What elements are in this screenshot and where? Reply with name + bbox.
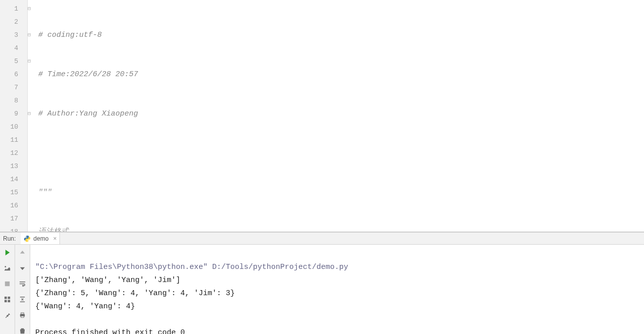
run-tool-window: Run: demo × "C:\Program Files\Python38\p… xyxy=(0,232,644,334)
svg-point-2 xyxy=(5,266,6,267)
stop-button[interactable] xyxy=(3,279,12,288)
scroll-to-end-button[interactable] xyxy=(18,295,27,304)
svg-rect-10 xyxy=(21,316,24,317)
docstring: 语法格式 xyxy=(38,228,69,232)
run-label: Run: xyxy=(3,235,21,242)
svg-rect-9 xyxy=(21,312,24,314)
line-number-gutter: 1 2 3 4 5 6 7 8 9 10 11 12 13 14 15 16 1… xyxy=(0,0,28,232)
console-line: ['Zhang', 'Wang', 'Yang', 'Jim'] xyxy=(35,276,180,285)
svg-point-0 xyxy=(26,236,27,237)
python-file-icon xyxy=(24,235,31,242)
rerun-button[interactable] xyxy=(3,248,12,257)
scroll-up-button[interactable] xyxy=(18,248,27,257)
code-editor[interactable]: 1 2 3 4 5 6 7 8 9 10 11 12 13 14 15 16 1… xyxy=(0,0,644,232)
run-tab-demo[interactable]: demo × xyxy=(21,233,60,244)
code-text-area[interactable]: # coding:utf-8 # Time:2022/6/28 20:57 # … xyxy=(35,0,644,232)
scroll-down-button[interactable] xyxy=(18,263,27,272)
console-line: {'Wang': 4, 'Yang': 4} xyxy=(35,302,135,311)
pin-button[interactable] xyxy=(3,310,12,319)
svg-point-1 xyxy=(28,240,28,241)
soft-wrap-button[interactable] xyxy=(18,279,27,288)
comment: # Time:2022/6/28 20:57 xyxy=(38,70,138,79)
console-command: "C:\Program Files\Python38\python.exe" D… xyxy=(35,263,348,271)
console-line: {'Zhang': 5, 'Wang': 4, 'Yang': 4, 'Jim'… xyxy=(35,289,235,298)
run-tab-label: demo xyxy=(33,235,48,242)
svg-rect-4 xyxy=(5,296,7,299)
console-output[interactable]: "C:\Program Files\Python38\python.exe" D… xyxy=(30,245,644,334)
svg-rect-6 xyxy=(5,300,7,302)
svg-rect-3 xyxy=(5,281,10,286)
console-exit-line: Process finished with exit code 0 xyxy=(35,328,185,334)
docstring: """ xyxy=(38,188,52,197)
comment: # Author:Yang Xiaopeng xyxy=(38,109,138,118)
print-button[interactable] xyxy=(18,310,27,319)
settings-button[interactable] xyxy=(3,263,12,272)
run-tool-column-left xyxy=(0,245,15,334)
layout-button[interactable] xyxy=(3,295,12,304)
svg-rect-5 xyxy=(8,296,10,299)
close-icon[interactable]: × xyxy=(53,235,56,242)
svg-rect-7 xyxy=(8,300,10,302)
comment: # coding:utf-8 xyxy=(38,31,102,39)
fold-column[interactable]: ⊟ ⊟ ⊟ ⊟ xyxy=(28,0,35,232)
run-header: Run: demo × xyxy=(0,233,644,245)
run-tool-column-right xyxy=(15,245,30,334)
trash-button[interactable] xyxy=(18,326,27,334)
